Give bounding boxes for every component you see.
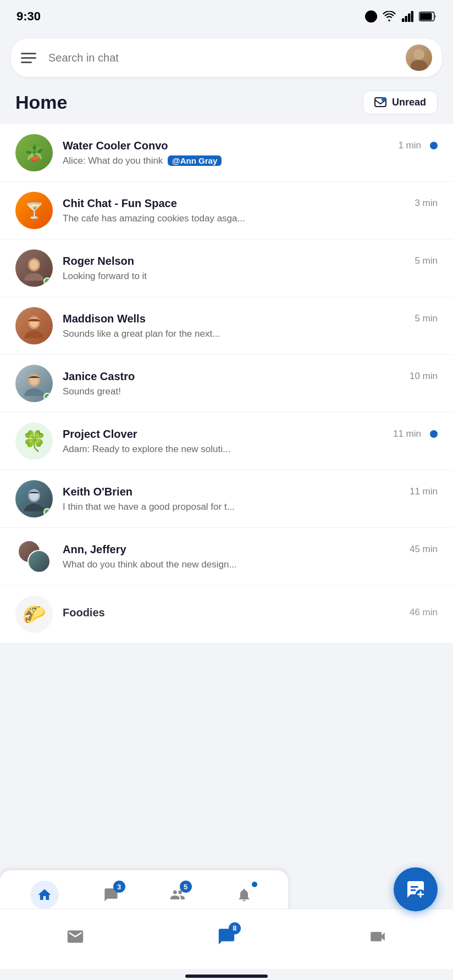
tab-mail[interactable] — [53, 925, 97, 949]
chat-name: Water Cooler Convo — [63, 140, 168, 152]
status-bar: 9:30 — [0, 0, 453, 33]
avatar — [15, 365, 53, 402]
avatar: 🌮 — [15, 595, 53, 633]
mini-nav-chat[interactable]: 3 — [97, 881, 125, 909]
chat-preview: The cafe has amazing cookies today asga.… — [63, 213, 438, 224]
svg-point-18 — [24, 504, 44, 511]
chat-name: Roger Nelson — [63, 255, 134, 268]
chat-time: 1 min — [398, 140, 421, 151]
chat-preview: Sounds great! — [63, 386, 438, 397]
chat-nav-icon: 3 — [97, 881, 125, 909]
chat-content: Janice Castro 10 min Sounds great! — [63, 370, 438, 397]
chat-name: Maddison Wells — [63, 313, 146, 325]
chat-content: Chit Chat - Fun Space 3 min The cafe has… — [63, 197, 438, 224]
home-header: Home Unread — [0, 85, 453, 124]
list-item[interactable]: Ann, Jeffery 45 min What do you think ab… — [0, 528, 453, 586]
unread-icon — [374, 97, 386, 108]
avatar: 🪴 — [15, 134, 53, 171]
status-icons — [365, 10, 437, 23]
notification-dot — [252, 882, 257, 887]
svg-rect-0 — [402, 18, 404, 22]
chat-tab-icon: 8 — [214, 925, 239, 949]
online-status-dot — [43, 277, 51, 285]
tab-video[interactable] — [356, 925, 400, 949]
chat-preview: What do you think about the new design..… — [63, 559, 438, 570]
new-message-fab[interactable] — [394, 867, 438, 911]
mini-nav-notifications[interactable] — [230, 881, 258, 909]
unread-button-label: Unread — [392, 97, 426, 108]
chat-time: 46 min — [410, 607, 438, 618]
chat-preview: I thin that we have a good proposal for … — [63, 502, 438, 513]
avatar — [15, 249, 53, 287]
list-item[interactable]: Keith O'Brien 11 min I thin that we have… — [0, 470, 453, 528]
online-status-dot — [43, 393, 51, 400]
list-item[interactable]: Maddison Wells 5 min Sounds like a great… — [0, 297, 453, 355]
people-nav-icon: 5 — [163, 881, 192, 909]
mention-tag: @Ann Gray — [168, 155, 222, 166]
chat-content: Water Cooler Convo 1 min Alice: What do … — [63, 140, 438, 166]
menu-button[interactable] — [21, 48, 41, 68]
svg-rect-2 — [408, 13, 410, 22]
chat-content: Ann, Jeffery 45 min What do you think ab… — [63, 543, 438, 570]
online-status-dot — [43, 508, 51, 516]
avatar: 🍸 — [15, 192, 53, 229]
chat-name: Ann, Jeffery — [63, 543, 126, 556]
chat-preview: Looking forward to it — [63, 271, 438, 282]
page-title: Home — [15, 92, 67, 113]
people-badge: 5 — [180, 881, 192, 893]
chat-time: 3 min — [415, 198, 438, 209]
mini-nav-people[interactable]: 5 — [163, 881, 192, 909]
video-tab-icon — [366, 925, 390, 949]
notification-nav-icon — [230, 881, 258, 909]
list-item[interactable]: Janice Castro 10 min Sounds great! — [0, 355, 453, 413]
chat-list: 🪴 Water Cooler Convo 1 min Alice: What d… — [0, 124, 453, 643]
tab-bar: 8 — [0, 909, 453, 969]
mini-nav-home[interactable] — [30, 881, 59, 909]
wifi-icon — [382, 11, 397, 22]
unread-filter-button[interactable]: Unread — [363, 91, 438, 114]
svg-rect-3 — [411, 11, 413, 22]
bottom-nav: 8 — [0, 909, 453, 980]
home-nav-icon — [30, 881, 59, 909]
svg-point-7 — [382, 97, 386, 102]
list-item[interactable]: Roger Nelson 5 min Looking forward to it — [0, 240, 453, 297]
chat-time: 5 min — [415, 313, 438, 324]
chat-content: Keith O'Brien 11 min I thin that we have… — [63, 486, 438, 513]
search-input[interactable] — [48, 52, 406, 64]
svg-point-15 — [24, 388, 44, 396]
chat-tab-badge: 8 — [229, 922, 241, 934]
chat-name: Chit Chat - Fun Space — [63, 197, 177, 210]
camera-dot-icon — [365, 10, 377, 23]
home-indicator — [185, 975, 268, 978]
chat-name: Project Clover — [63, 428, 137, 441]
avatar — [15, 480, 53, 517]
chat-preview: Sounds like a great plan for the next... — [63, 328, 438, 339]
chat-content: Roger Nelson 5 min Looking forward to it — [63, 255, 438, 282]
svg-point-10 — [30, 260, 38, 270]
chat-content: Project Clover 11 min Adam: Ready to exp… — [63, 428, 438, 455]
list-item[interactable]: 🪴 Water Cooler Convo 1 min Alice: What d… — [0, 124, 453, 182]
search-bar — [11, 38, 442, 77]
mail-tab-icon — [63, 925, 87, 949]
chat-name: Keith O'Brien — [63, 486, 132, 498]
chat-preview: Adam: Ready to explore the new soluti... — [63, 444, 438, 455]
list-item[interactable]: 🍸 Chit Chat - Fun Space 3 min The cafe h… — [0, 182, 453, 240]
svg-rect-5 — [420, 13, 432, 20]
chat-time: 10 min — [410, 371, 438, 382]
unread-dot — [430, 430, 438, 438]
chat-content: Foodies 46 min — [63, 606, 438, 622]
chat-time: 11 min — [393, 428, 421, 439]
avatar — [15, 307, 53, 344]
battery-icon — [419, 12, 437, 21]
chat-badge: 3 — [113, 881, 125, 893]
chat-name: Foodies — [63, 606, 105, 619]
avatar — [15, 538, 53, 575]
svg-rect-1 — [405, 16, 407, 22]
list-item[interactable]: 🌮 Foodies 46 min — [0, 586, 453, 643]
tab-chat[interactable]: 8 — [205, 925, 248, 949]
svg-point-12 — [24, 331, 44, 338]
avatar: 🍀 — [15, 422, 53, 460]
list-item[interactable]: 🍀 Project Clover 11 min Adam: Ready to e… — [0, 413, 453, 470]
avatar[interactable] — [406, 44, 432, 71]
signal-icon — [401, 11, 415, 22]
